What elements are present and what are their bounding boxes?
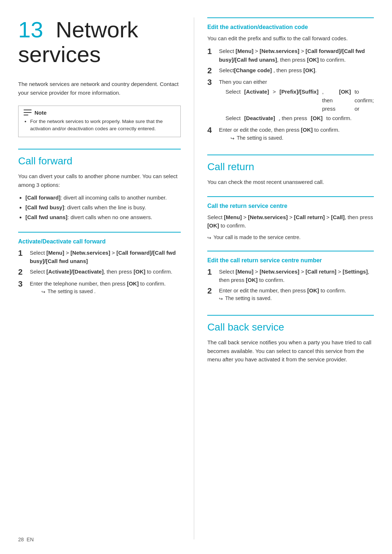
left-column: 13 Networkservices The network services … — [18, 17, 194, 539]
edit-return-step-1: 1 Select [Menu] > [Netw.services] > [Cal… — [207, 267, 374, 284]
edit-activation-intro: You can edit the prefix and suffix to th… — [207, 34, 374, 42]
note-icon — [24, 110, 32, 115]
page-number: 28 — [18, 537, 24, 542]
sub-bullet-2: Select [Deactivate], then press [OK] to … — [225, 114, 374, 122]
call-forward-intro: You can divert your calls to another pho… — [18, 172, 181, 189]
edit-step-2: 2 Select[Change code] , then press [OK]. — [207, 66, 374, 75]
edit-return-heading: Edit the call return service centre numb… — [207, 257, 374, 264]
chapter-number: 13 — [18, 17, 43, 42]
service-centre-text: Select [Menu] > [Netw.services] > [Call … — [207, 213, 374, 230]
chapter-intro: The network services are network and cou… — [18, 80, 181, 97]
list-item: [Call fwd busy]: divert calls when the l… — [25, 203, 181, 212]
call-back-divider — [207, 315, 374, 316]
call-return-heading: Call return — [207, 161, 374, 173]
edit-activation-heading: Edit the activation/deactivation code — [207, 24, 374, 30]
sub-bullet-1: Select [Activate] > [Prefix]/[Suffix], t… — [225, 87, 374, 113]
step-2: 2 Select [Activate]/[Deactivate], then p… — [18, 267, 181, 277]
chapter-title: 13 Networkservices — [18, 17, 181, 67]
service-centre-heading: Call the return service centre — [207, 203, 374, 209]
service-centre-result: ↪ Your call is made to the service centr… — [207, 234, 374, 241]
call-forward-heading: Call forward — [18, 155, 181, 167]
call-return-intro: You can check the most recent unanswered… — [207, 178, 374, 186]
call-forward-options: [Call forward]: divert all incoming call… — [18, 193, 181, 222]
call-back-intro: The call back service notifies you when … — [207, 338, 374, 364]
activate-heading: Activate/Deactivate call forward — [18, 238, 181, 245]
page-lang: EN — [26, 537, 33, 542]
edit-activation-steps: 1 Select [Menu] > [Netw.services] > [Cal… — [207, 47, 374, 144]
service-centre-divider — [207, 196, 374, 197]
note-text: For the network services to work properl… — [24, 118, 175, 133]
arrow-icon: ↪ — [207, 235, 211, 241]
arrow-icon: ↪ — [219, 295, 223, 303]
arrow-icon: ↪ — [41, 288, 45, 296]
list-item: [Call fwd unans]: divert calls when no o… — [25, 213, 181, 221]
edit-result-4: ↪ The setting is saved. — [230, 134, 374, 142]
call-forward-divider — [18, 149, 181, 149]
edit-step-3: 3 Then you can either Select [Activate] … — [207, 78, 374, 123]
note-label: Note — [34, 110, 46, 116]
call-back-heading: Call back service — [207, 321, 374, 333]
activate-steps: 1 Select [Menu] > [Netw.services] > [Cal… — [18, 249, 181, 298]
edit-step-4: 4 Enter or edit the code, then press [OK… — [207, 126, 374, 144]
call-return-divider — [207, 155, 374, 155]
list-item: [Call forward]: divert all incoming call… — [25, 193, 181, 202]
step-1: 1 Select [Menu] > [Netw.services] > [Cal… — [18, 249, 181, 266]
step-3: 3 Enter the telephone number, then press… — [18, 279, 181, 298]
activate-divider — [18, 232, 181, 233]
edit-step-1: 1 Select [Menu] > [Netw.services] > [Cal… — [207, 47, 374, 64]
sub-bullets: Select [Activate] > [Prefix]/[Suffix], t… — [219, 87, 374, 122]
result-3: ↪ The setting is saved . — [41, 288, 181, 296]
note-box: Note For the network services to work pr… — [18, 106, 181, 138]
right-column: Edit the activation/deactivation code Yo… — [194, 17, 374, 539]
arrow-icon: ↪ — [230, 135, 234, 142]
edit-activation-divider — [207, 17, 374, 18]
edit-return-step-2: 2 Enter or edit the number, then press [… — [207, 286, 374, 305]
page-footer: 28 EN — [18, 537, 34, 542]
edit-return-divider — [207, 251, 374, 251]
edit-return-result: ↪ The setting is saved. — [219, 295, 374, 303]
edit-return-steps: 1 Select [Menu] > [Netw.services] > [Cal… — [207, 267, 374, 305]
